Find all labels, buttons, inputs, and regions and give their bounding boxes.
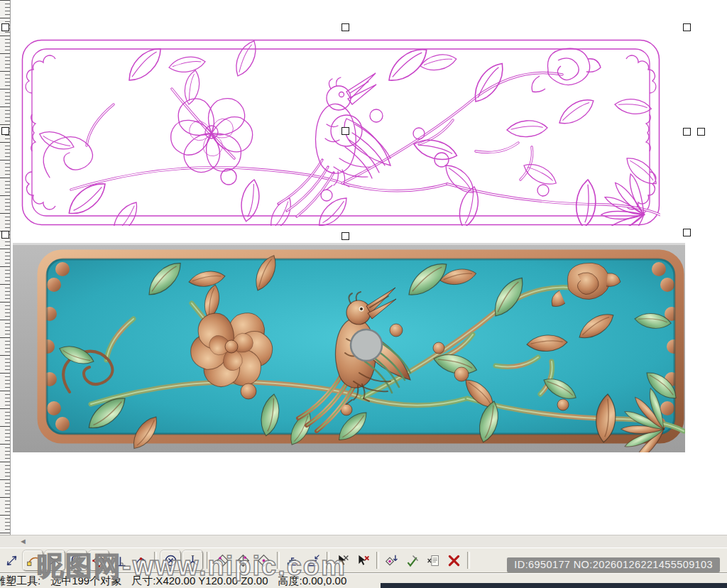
layers-icon[interactable] (283, 551, 302, 570)
diamond-quad-icon[interactable] (234, 551, 253, 570)
diamond-nodes-icon[interactable] (89, 550, 109, 571)
selection-handle[interactable] (341, 232, 349, 240)
selection-handle[interactable] (1, 127, 9, 135)
selection-handle[interactable] (1, 231, 9, 239)
perpendicular-icon[interactable] (111, 551, 130, 570)
wireframe-vector-drawing[interactable] (21, 39, 660, 226)
cursor-x-icon[interactable] (354, 551, 373, 570)
selection-handle[interactable] (683, 128, 691, 136)
tangent-point-icon[interactable] (131, 551, 151, 570)
horizontal-scrollbar[interactable]: ◄ (11, 535, 727, 548)
selection-handle[interactable] (1, 23, 9, 31)
scroll-corner (0, 535, 11, 548)
transform-arrows-icon[interactable] (2, 551, 21, 570)
toolbar-separator (277, 552, 280, 569)
delete-x-icon[interactable] (444, 551, 464, 570)
selection-handle[interactable] (341, 127, 349, 135)
scroll-left-arrow[interactable]: ◄ (19, 537, 27, 545)
status-tool-label: 雕塑工具: (0, 575, 40, 588)
status-height-info: 高度:0.00,0.00 (278, 575, 347, 588)
selection-handle[interactable] (341, 23, 349, 31)
selection-handle[interactable] (697, 128, 705, 136)
relief-3d-preview[interactable] (13, 243, 685, 452)
selection-handle[interactable] (683, 23, 691, 31)
image-id-badge: ID:6950177 NO:20260126221455509103 (507, 557, 720, 572)
status-dimensions: 尺寸:X420.00 Y120.00 Z0.00 (131, 575, 268, 588)
toolbar-separator (154, 552, 157, 569)
axis-xyz-icon[interactable] (182, 550, 203, 571)
application-window: ◄ 雕塑工具: 选中199个对象 尺寸:X420.00 Y120.00 Z0.0… (0, 0, 727, 588)
pen-check-icon[interactable] (403, 551, 422, 570)
diamond-center-icon[interactable] (254, 551, 273, 570)
vertical-ruler (0, 0, 11, 548)
toolbar-separator (467, 552, 470, 569)
toolbar-separator (207, 552, 209, 569)
circle-cross-icon[interactable] (160, 550, 181, 571)
diamond-node-1-icon[interactable] (213, 551, 232, 570)
node-curve-icon[interactable] (23, 550, 43, 571)
toolbar-separator (376, 552, 379, 569)
selection-handle[interactable] (683, 229, 691, 236)
trim-cross-icon[interactable] (45, 550, 65, 571)
toolbar-separator (327, 552, 329, 569)
status-selection-info: 选中199个对象 (50, 575, 121, 588)
layers-arrow-icon[interactable] (304, 551, 323, 570)
fillet-arc-icon[interactable] (67, 550, 87, 571)
diamond-arrow-icon[interactable] (383, 551, 402, 570)
bottom-dark-strip (381, 583, 727, 588)
cursor-cross-icon[interactable] (333, 551, 352, 570)
doc-list-x-icon[interactable] (424, 551, 443, 570)
